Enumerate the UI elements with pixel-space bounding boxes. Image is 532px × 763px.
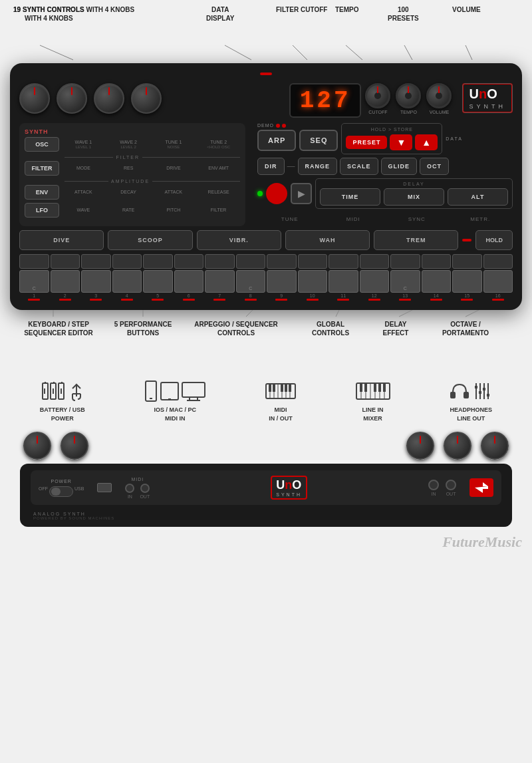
svg-rect-39 [285,384,287,392]
play-button[interactable]: ▶ [291,183,312,204]
key-pad-11[interactable]: 11 [329,270,358,301]
upper-pad-7[interactable] [205,254,235,269]
key-pad-2[interactable]: 2 [51,270,80,301]
key-pad-13[interactable]: C 13 [390,270,420,301]
audio-out-jack[interactable] [446,480,456,490]
volume-knob[interactable] [426,83,452,108]
upper-pad-4[interactable] [112,254,142,269]
upper-pad-15[interactable] [452,254,482,269]
delay-label: DELAY [320,182,508,186]
alt-button[interactable]: ALT [448,188,508,206]
upper-pad-8[interactable] [236,254,266,269]
vibr-button[interactable]: VIBR. [197,230,281,250]
tune-button[interactable]: TUNE [259,214,321,224]
back-knob-3[interactable] [406,432,434,460]
trem-button[interactable]: TREM [374,230,458,250]
svg-rect-37 [273,384,275,392]
keyboard-large-icon [356,381,390,402]
key-pad-10[interactable]: 10 [298,270,328,301]
synth-knob-2[interactable] [57,83,87,114]
upper-pad-9[interactable] [267,254,297,269]
filter-param-1: MODE [62,166,105,171]
upper-pad-2[interactable] [51,254,80,269]
upper-pad-11[interactable] [329,254,358,269]
osc-params: WAVE 1 LEVEL 1 WAVE 2 LEVEL 2 TUNE 1 NOI… [62,140,240,149]
key-pad-3[interactable]: 3 [81,270,111,301]
midi-in-jack[interactable] [125,484,134,493]
back-knob-2[interactable] [61,432,88,460]
upper-pads-row [19,254,513,269]
preset-button[interactable]: PRESET [346,136,387,149]
upper-pad-10[interactable] [298,254,328,269]
upper-pad-14[interactable] [422,254,452,269]
oct-button[interactable]: OCT [420,158,449,175]
key-pad-14[interactable]: 14 [422,270,452,301]
upper-pad-6[interactable] [174,254,204,269]
wah-button[interactable]: WAH [285,230,370,250]
osc-param-4: TUNE 2 <HOLD OSC [197,140,240,149]
dive-button[interactable]: DIVE [19,230,104,250]
upper-pad-5[interactable] [143,254,173,269]
synth-knob-3[interactable] [94,83,124,114]
tempo-knob[interactable] [396,83,421,108]
arrow-down-button[interactable]: ▼ [390,134,412,150]
key-pad-5[interactable]: 5 [143,270,173,301]
key-pad-12[interactable]: 12 [360,270,390,301]
record-button[interactable] [266,183,287,204]
label-data-display: DATADISPLAY [206,5,234,23]
filter-button[interactable]: FILTER [25,161,59,176]
back-knob-1[interactable] [23,432,51,460]
usb-port[interactable] [97,483,112,492]
power-toggle[interactable] [49,486,73,497]
svg-rect-40 [289,384,291,392]
watermark-text: FutureMusic [442,534,522,550]
metr-button[interactable]: METR. [450,214,512,224]
key-pad-15[interactable]: 15 [452,270,482,301]
key-pad-6[interactable]: 6 [174,270,204,301]
midi-out-label-back: OUT [140,494,150,499]
arp-button[interactable]: ARP [257,130,296,151]
key-pad-4[interactable]: 4 [112,270,142,301]
hold-button[interactable]: HOLD [475,230,513,250]
midi-button[interactable]: MIDI [323,214,385,224]
seq-button[interactable]: SEQ [299,130,338,151]
filter-param-4: ENV AMT [197,166,240,171]
arrow-up-button[interactable]: ▲ [415,134,438,150]
scoop-button[interactable]: SCOOP [108,230,192,250]
svg-line-10 [399,310,412,317]
back-knob-4[interactable] [444,432,471,460]
glide-button[interactable]: GLIDE [381,158,418,175]
key-pad-16[interactable]: 16 [483,270,513,301]
synth-knob-1[interactable] [19,83,50,114]
svg-rect-48 [360,383,362,392]
back-knob-5[interactable] [481,432,509,460]
back-logo-box: UnO SYNTH [271,476,307,500]
scale-button[interactable]: SCALE [340,158,378,175]
mix-button[interactable]: MIX [384,188,444,206]
env-button[interactable]: ENV [25,185,59,200]
audio-out-label: OUT [446,492,456,496]
upper-pad-12[interactable] [360,254,390,269]
midi-out-jack[interactable] [140,484,150,493]
upper-pad-16[interactable] [483,254,513,269]
cutoff-knob[interactable] [365,83,390,108]
key-pad-1[interactable]: C 1 [19,270,49,301]
osc-button[interactable]: OSC [25,137,59,152]
svg-line-8 [246,310,253,317]
upper-pad-13[interactable] [390,254,420,269]
range-button[interactable]: RANGE [298,158,338,175]
ios-mac-pc-label: iOS / MAC / PCMIDI IN [154,406,197,422]
time-button[interactable]: TIME [320,188,380,206]
upper-pad-1[interactable] [19,254,49,269]
key-pad-9[interactable]: 9 [267,270,297,301]
key-pad-8[interactable]: C 8 [236,270,266,301]
dir-button[interactable]: DIR [257,158,285,175]
lfo-button[interactable]: LFO [25,203,59,218]
label-synth-controls-display: 19 SYNTH CONTROLSWITH 4 KNOBS [13,5,84,23]
svg-line-2 [293,45,307,60]
key-pad-7[interactable]: 7 [205,270,235,301]
audio-in-jack[interactable] [428,480,439,490]
synth-knob-4[interactable] [131,83,162,114]
upper-pad-3[interactable] [81,254,111,269]
sync-button[interactable]: SYNC [386,214,448,224]
